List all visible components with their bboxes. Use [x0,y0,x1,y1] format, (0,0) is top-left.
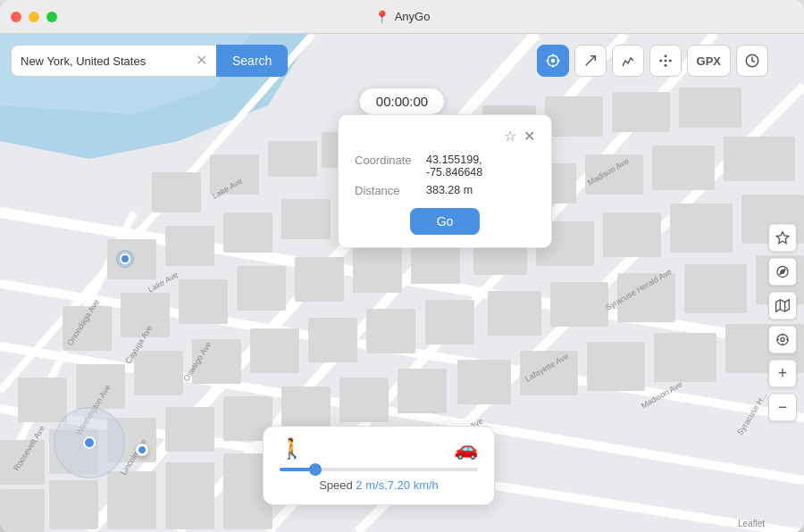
svg-rect-67 [587,342,645,391]
distance-label: Distance [355,184,417,197]
title-bar-title: 📍 AnyGo [374,10,431,24]
app-title: AnyGo [395,10,431,23]
coordinate-popup: ☆ ✕ Coordinate 43.155199, -75.846648 Dis… [338,114,552,248]
svg-rect-64 [398,369,447,413]
right-toolbar: + − [768,223,797,421]
svg-rect-63 [339,378,389,422]
current-location-dot [136,444,148,456]
svg-rect-62 [281,387,331,431]
svg-rect-53 [550,282,608,327]
svg-rect-30 [652,145,715,190]
svg-rect-49 [308,318,357,362]
svg-rect-41 [603,212,661,257]
svg-rect-71 [49,480,98,529]
mini-compass-center [83,436,96,449]
leaflet-attribution: Leaflet [738,519,765,528]
svg-point-96 [659,60,662,62]
svg-rect-68 [654,333,716,382]
coordinate-row: Coordinate 43.155199, -75.846648 [355,154,535,179]
search-clear-button[interactable]: ✕ [196,54,207,68]
svg-rect-35 [237,266,286,311]
svg-rect-51 [425,300,474,345]
right-compass-button[interactable] [768,257,797,286]
distance-value: 383.28 m [426,184,473,197]
svg-rect-46 [134,351,183,395]
svg-rect-22 [165,226,214,266]
svg-point-100 [664,64,666,67]
dots-button[interactable] [649,45,682,77]
svg-rect-44 [18,378,67,422]
route-button[interactable] [574,45,607,77]
svg-rect-70 [0,489,45,532]
close-button[interactable] [11,12,21,22]
search-bar: ✕ Search [11,45,288,77]
speed-slider-thumb[interactable] [309,463,322,476]
top-right-toolbar: GPX [537,45,768,77]
svg-rect-23 [223,212,272,253]
title-icon: 📍 [374,10,389,24]
popup-close-button[interactable]: ✕ [523,128,535,145]
svg-marker-105 [776,300,790,312]
zoom-in-button[interactable]: + [768,359,797,387]
svg-rect-55 [684,264,747,313]
speed-text: Speed 2 m/s,7.20 km/h [280,478,478,492]
right-map-button[interactable] [768,291,797,320]
svg-point-109 [781,337,784,341]
svg-marker-102 [776,232,788,244]
svg-rect-42 [670,204,733,253]
maximize-button[interactable] [46,12,57,22]
map-location-indicator [116,250,134,268]
gpx-button[interactable]: GPX [687,45,731,77]
svg-rect-18 [545,96,603,137]
svg-rect-19 [612,92,670,132]
crosshair-button[interactable] [537,45,569,77]
speed-panel: 🚶 🚗 Speed 2 m/s,7.20 km/h [263,426,495,505]
svg-marker-104 [780,270,785,275]
svg-rect-24 [281,199,331,239]
zoom-out-button[interactable]: − [768,393,797,421]
timer-badge: 00:00:00 [359,87,445,115]
svg-rect-13 [268,141,317,177]
right-star-button[interactable] [768,223,797,252]
svg-rect-31 [724,137,795,181]
map-container[interactable]: Lake Ave Lake Ave Onondaga Ave Cayuga Av… [0,34,804,532]
title-bar: 📍 AnyGo [0,0,804,34]
search-input-wrapper[interactable]: ✕ [11,45,216,77]
multipoint-button[interactable] [612,45,644,77]
speed-slider-track[interactable] [280,468,478,471]
clock-button[interactable] [736,45,768,77]
right-target-button[interactable] [768,325,797,353]
coordinate-value: 43.155199, -75.846648 [426,154,535,179]
svg-rect-11 [152,172,201,212]
svg-rect-60 [165,407,214,452]
svg-rect-72 [107,471,156,529]
popup-star-button[interactable]: ☆ [504,128,516,145]
minimize-button[interactable] [29,12,39,22]
speed-slider-fill [280,468,315,471]
distance-row: Distance 383.28 m [355,184,535,197]
app-window: 📍 AnyGo [0,0,804,532]
svg-point-98 [668,60,671,62]
svg-rect-48 [250,328,299,373]
walk-icon: 🚶 [280,437,304,461]
mini-compass [54,407,125,478]
speed-icons-row: 🚶 🚗 [280,437,478,461]
popup-header: ☆ ✕ [355,128,535,145]
svg-point-97 [664,60,666,62]
car-icon: 🚗 [454,437,478,461]
svg-rect-20 [679,87,741,128]
svg-point-95 [551,60,554,62]
svg-point-99 [664,54,666,57]
search-input[interactable] [21,54,192,68]
svg-rect-37 [353,248,402,293]
svg-rect-73 [165,462,214,529]
coordinate-label: Coordinate [355,154,417,179]
svg-rect-36 [295,257,344,302]
speed-value: 2 m/s,7.20 km/h [356,478,438,492]
svg-rect-34 [179,279,228,324]
go-button[interactable]: Go [410,208,481,235]
svg-rect-50 [366,309,415,353]
svg-rect-65 [457,360,511,404]
svg-rect-52 [488,291,541,336]
search-button[interactable]: Search [216,45,288,77]
